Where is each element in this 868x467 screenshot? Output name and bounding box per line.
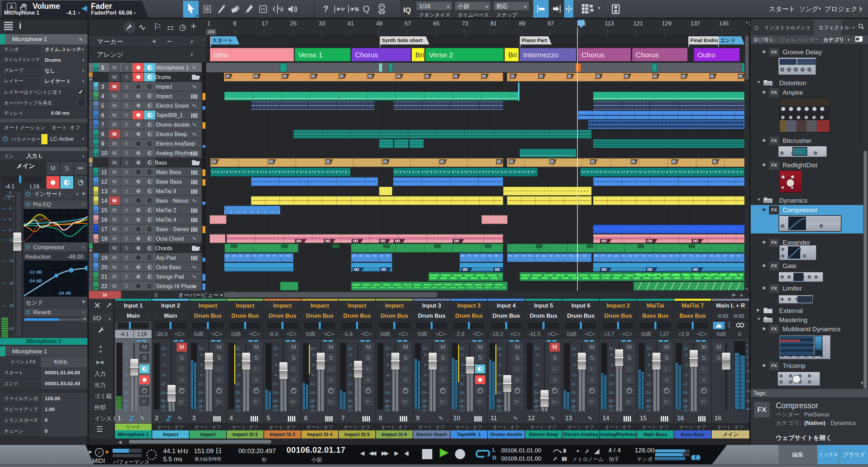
svg-text:-12 dB: -12 dB [28, 269, 42, 275]
svg-text:-24 dB: -24 dB [58, 291, 71, 296]
svg-text:-24 dB: -24 dB [28, 278, 42, 283]
